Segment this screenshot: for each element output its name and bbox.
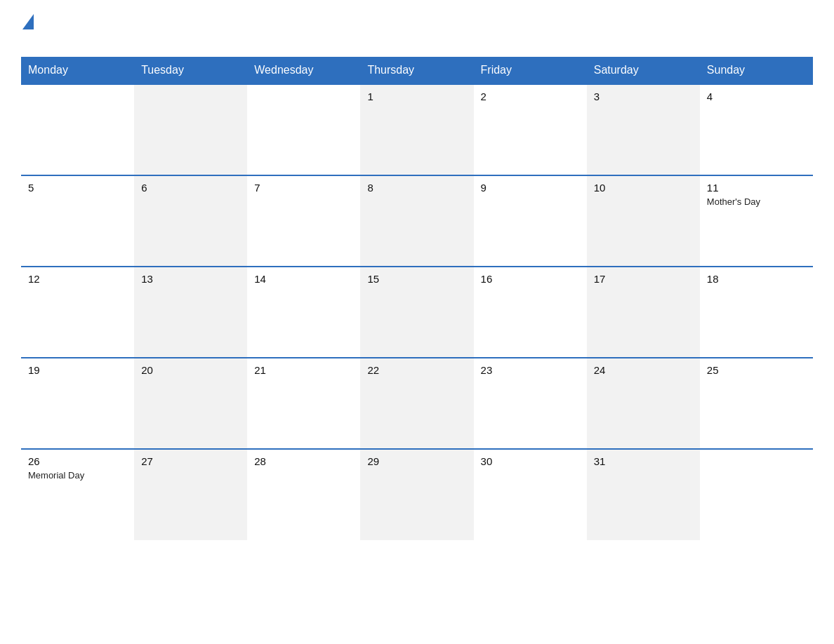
logo [21,14,35,44]
calendar-header-row: MondayTuesdayWednesdayThursdayFridaySatu… [21,57,813,84]
day-number: 26 [28,455,127,467]
header-tuesday: Tuesday [134,57,247,84]
calendar-cell: 28 [247,449,360,540]
day-number: 4 [707,90,806,102]
calendar-cell: 12 [21,267,134,358]
calendar-cell: 9 [474,175,587,267]
calendar-cell: 30 [474,449,587,540]
calendar-cell: 11Mother's Day [700,175,813,267]
header-friday: Friday [474,57,587,84]
calendar-week-row: 567891011Mother's Day [21,175,813,267]
calendar-cell: 8 [360,175,473,267]
calendar-cell: 1 [360,84,473,175]
day-number: 18 [707,273,806,285]
calendar-cell [134,84,247,175]
day-number: 19 [28,364,127,376]
calendar-cell: 23 [474,358,587,449]
day-number: 15 [367,273,466,285]
calendar-cell: 31 [587,449,700,540]
page-header [21,14,813,44]
day-number: 3 [594,90,693,102]
calendar-cell: 10 [587,175,700,267]
logo-triangle-icon [22,14,34,29]
day-number: 9 [481,182,580,194]
day-number: 5 [28,182,127,194]
calendar-week-row: 19202122232425 [21,358,813,449]
calendar-cell: 16 [474,267,587,358]
calendar-cell: 18 [700,267,813,358]
day-number: 20 [141,364,240,376]
header-wednesday: Wednesday [247,57,360,84]
calendar-cell: 4 [700,84,813,175]
day-number: 11 [707,182,806,194]
day-number: 14 [254,273,353,285]
day-number: 2 [481,90,580,102]
holiday-label: Memorial Day [28,470,127,481]
calendar-cell: 21 [247,358,360,449]
day-number: 6 [141,182,240,194]
calendar-cell: 25 [700,358,813,449]
header-monday: Monday [21,57,134,84]
day-number: 28 [254,455,353,467]
calendar-cell: 27 [134,449,247,540]
day-number: 27 [141,455,240,467]
calendar-table: MondayTuesdayWednesdayThursdayFridaySatu… [21,57,813,540]
calendar-cell: 3 [587,84,700,175]
calendar-week-row: 12131415161718 [21,267,813,358]
header-sunday: Sunday [700,57,813,84]
day-number: 12 [28,273,127,285]
day-number: 10 [594,182,693,194]
calendar-cell: 13 [134,267,247,358]
day-number: 29 [367,455,466,467]
header-saturday: Saturday [587,57,700,84]
calendar-cell: 17 [587,267,700,358]
day-number: 21 [254,364,353,376]
day-number: 31 [594,455,693,467]
calendar-cell: 14 [247,267,360,358]
calendar-cell: 7 [247,175,360,267]
day-number: 1 [367,90,466,102]
day-number: 22 [367,364,466,376]
calendar-week-row: 1234 [21,84,813,175]
calendar-cell [247,84,360,175]
calendar-cell: 15 [360,267,473,358]
calendar-cell: 6 [134,175,247,267]
day-number: 30 [481,455,580,467]
calendar-cell: 19 [21,358,134,449]
calendar-cell: 22 [360,358,473,449]
calendar-cell: 29 [360,449,473,540]
day-number: 7 [254,182,353,194]
calendar-cell: 24 [587,358,700,449]
calendar-cell: 2 [474,84,587,175]
day-number: 25 [707,364,806,376]
day-number: 24 [594,364,693,376]
day-number: 23 [481,364,580,376]
holiday-label: Mother's Day [707,196,806,207]
calendar-cell: 20 [134,358,247,449]
header-thursday: Thursday [360,57,473,84]
day-number: 8 [367,182,466,194]
day-number: 16 [481,273,580,285]
calendar-week-row: 26Memorial Day2728293031 [21,449,813,540]
calendar-cell: 26Memorial Day [21,449,134,540]
calendar-cell: 5 [21,175,134,267]
day-number: 13 [141,273,240,285]
day-number: 17 [594,273,693,285]
calendar-cell [700,449,813,540]
calendar-cell [21,84,134,175]
